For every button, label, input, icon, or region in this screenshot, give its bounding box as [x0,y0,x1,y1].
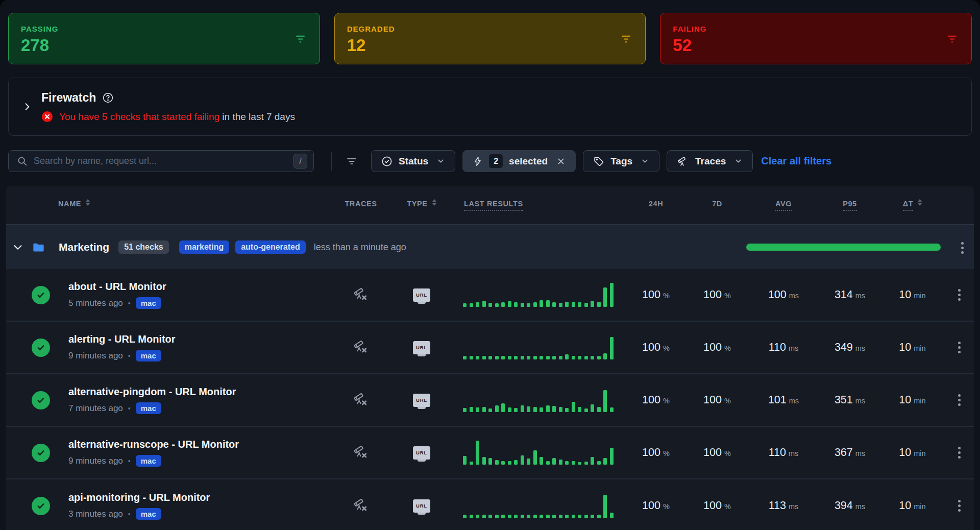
check-tag[interactable]: mac [136,508,161,520]
result-bar[interactable] [591,457,594,465]
result-bar[interactable] [565,461,569,465]
check-menu-icon[interactable] [958,447,961,459]
check-tag[interactable]: mac [136,402,161,414]
status-filter[interactable]: Status [371,150,455,172]
result-bar[interactable] [514,460,518,465]
degraded-card[interactable]: DEGRADED 12 [334,13,646,64]
check-tag[interactable]: mac [136,350,161,362]
result-bar[interactable] [488,356,492,359]
collapse-chevron-icon[interactable] [12,242,23,253]
result-bar[interactable] [495,460,499,465]
result-bar[interactable] [527,303,530,307]
result-bar[interactable] [521,515,524,518]
result-bar[interactable] [597,461,601,465]
result-bar[interactable] [552,458,556,465]
group-tag[interactable]: marketing [179,240,229,254]
result-bar[interactable] [578,462,581,465]
result-bar[interactable] [546,405,550,412]
result-bar[interactable] [540,356,543,359]
result-bar[interactable] [482,407,486,412]
result-bar[interactable] [533,302,537,307]
result-bar[interactable] [482,515,486,518]
result-bar[interactable] [591,301,594,307]
result-bar[interactable] [572,356,575,359]
filter-icon[interactable] [946,33,958,47]
result-bar[interactable] [565,302,569,307]
result-bar[interactable] [584,515,588,518]
result-bar[interactable] [527,459,530,465]
check-name[interactable]: api-monitoring - URL Monitor [68,492,335,503]
result-bar[interactable] [603,353,607,359]
result-bar[interactable] [470,462,473,465]
check-row[interactable]: about - URL Monitor 5 minutes ago • mac … [6,269,974,322]
column-header-p95[interactable]: P95 [819,200,880,211]
result-bar[interactable] [508,461,511,465]
result-bar[interactable] [584,356,588,359]
result-bar[interactable] [578,356,581,359]
result-bar[interactable] [584,408,588,412]
result-bar[interactable] [476,515,479,518]
result-bar[interactable] [597,302,601,307]
filter-icon[interactable] [295,33,306,47]
result-bar[interactable] [565,408,569,412]
traces-filter[interactable]: Traces [667,150,753,172]
result-bar[interactable] [476,441,479,465]
result-bar[interactable] [610,513,614,518]
result-bar[interactable] [501,461,505,465]
result-bar[interactable] [508,356,511,359]
result-bar[interactable] [540,300,543,307]
check-name[interactable]: alternative-runscope - URL Monitor [68,439,335,450]
result-bar[interactable] [559,460,562,465]
result-bar[interactable] [540,515,543,518]
result-bar[interactable] [476,302,479,307]
result-bar[interactable] [463,408,467,412]
result-bar[interactable] [552,356,556,359]
result-bar[interactable] [463,303,467,307]
result-bar[interactable] [470,407,473,412]
result-bar[interactable] [476,356,479,359]
result-bar[interactable] [578,302,581,307]
help-icon[interactable] [102,92,114,104]
check-tag[interactable]: mac [136,297,161,309]
result-bar[interactable] [488,303,492,307]
result-bar[interactable] [521,455,524,465]
result-bar[interactable] [501,515,505,518]
check-name[interactable]: about - URL Monitor [68,281,335,293]
clear-type-filter-icon[interactable] [556,157,566,166]
result-bar[interactable] [572,302,575,307]
check-menu-icon[interactable] [958,289,961,301]
result-bar[interactable] [488,408,492,412]
result-bar[interactable] [565,354,569,359]
result-bar[interactable] [501,302,505,307]
result-bar[interactable] [533,450,537,465]
check-row[interactable]: alternative-runscope - URL Monitor 9 min… [6,427,974,479]
result-bar[interactable] [610,407,614,412]
search-input[interactable] [34,156,293,166]
result-bar[interactable] [546,356,550,359]
check-menu-icon[interactable] [958,500,961,512]
results-chart[interactable] [457,427,625,478]
results-chart[interactable] [457,269,625,321]
results-chart[interactable] [457,479,625,530]
result-bar[interactable] [508,515,511,518]
result-bar[interactable] [546,515,550,518]
filter-icon[interactable] [620,33,632,47]
result-bar[interactable] [533,407,537,412]
result-bar[interactable] [501,403,505,412]
result-bar[interactable] [470,303,473,307]
result-bar[interactable] [565,515,569,518]
results-chart[interactable] [457,322,625,373]
result-bar[interactable] [514,515,518,518]
result-bar[interactable] [584,462,588,465]
check-name[interactable]: alternative-pingdom - URL Monitor [68,386,335,398]
result-bar[interactable] [597,515,601,518]
result-bar[interactable] [463,356,467,359]
result-bar[interactable] [533,515,537,518]
results-chart[interactable] [457,374,625,426]
result-bar[interactable] [463,456,467,465]
result-bar[interactable] [559,356,562,359]
check-row[interactable]: api-monitoring - URL Monitor 3 minutes a… [6,479,974,530]
group-tag[interactable]: auto-generated [235,240,306,254]
result-bar[interactable] [470,356,473,359]
result-bar[interactable] [603,495,607,518]
